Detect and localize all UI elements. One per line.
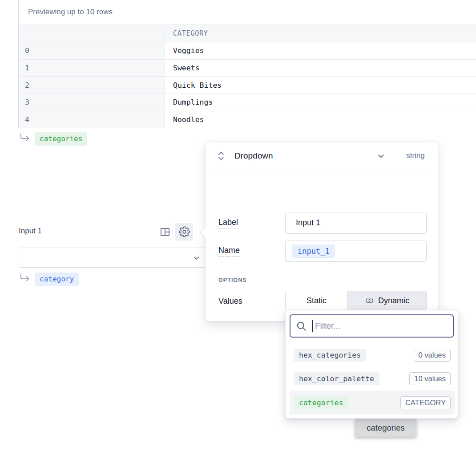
row-index: 4 <box>19 111 165 128</box>
table-row: 0 Veggies <box>19 42 476 60</box>
return-arrow-icon <box>20 133 31 142</box>
row-index: 3 <box>19 94 165 111</box>
preview-caption: Previewing up to 10 rows <box>19 0 476 24</box>
index-column-header <box>19 25 165 42</box>
values-toggle: Static Dynamic <box>285 291 427 310</box>
category-column-header: CATEGORY <box>165 25 476 42</box>
picker-item-hex-categories[interactable]: hex_categories 0 values <box>290 343 455 366</box>
row-value: Veggies <box>165 42 476 59</box>
row-value: Quick Bites <box>165 77 476 94</box>
table-row: 4 Noodles <box>19 111 476 129</box>
drag-ghost-chip: categories <box>355 419 416 437</box>
search-icon <box>295 320 307 332</box>
input-picker-dropdown: hex_categories 0 values hex_color_palett… <box>285 310 458 419</box>
filter-field[interactable] <box>290 314 454 338</box>
name-field-label: Name <box>218 246 240 255</box>
label-field-input[interactable]: Input 1 <box>285 212 427 234</box>
input-name-chip: categories <box>294 396 348 409</box>
preview-table: CATEGORY 0 Veggies 1 Sweets 2 Quick Bite… <box>19 24 476 128</box>
dropdown-widget-select[interactable] <box>19 248 206 268</box>
input-name-chip: hex_categories <box>294 349 366 362</box>
table-row: 1 Sweets <box>19 60 476 77</box>
values-static-option[interactable]: Static <box>286 291 348 310</box>
label-field-label: Label <box>218 218 238 227</box>
values-count-badge: 10 values <box>409 372 451 385</box>
row-value: Noodles <box>165 111 476 128</box>
table-row: 3 Dumplings <box>19 94 476 111</box>
chevron-down-icon[interactable] <box>377 152 385 160</box>
output-variable-tag[interactable]: categories <box>35 132 87 146</box>
column-badge: CATEGORY <box>400 396 451 409</box>
popover-body: Label Input 1 Name input_1 OPTIONS Value… <box>206 170 438 322</box>
widget-type-select[interactable]: Dropdown <box>234 151 273 161</box>
values-label: Values <box>218 297 242 306</box>
split-panel-icon <box>159 226 171 238</box>
gear-icon <box>179 226 190 237</box>
popover-header: Dropdown string <box>206 142 438 170</box>
table-header-row: CATEGORY <box>19 25 476 42</box>
widget-config-popover: Dropdown string Label Input 1 Name input… <box>205 142 438 322</box>
widget-settings-button[interactable] <box>175 223 193 240</box>
input-name-chip: hex_color_palette <box>294 372 379 385</box>
row-value: Sweets <box>165 60 476 77</box>
table-row: 2 Quick Bites <box>19 77 476 94</box>
values-dynamic-option[interactable]: Dynamic <box>348 291 426 310</box>
name-value-chip: input_1 <box>292 244 335 258</box>
widget-label: Input 1 <box>19 227 42 236</box>
text-cursor <box>312 320 313 332</box>
dataframe-preview: Previewing up to 10 rows CATEGORY 0 Vegg… <box>18 0 476 128</box>
link-icon <box>365 297 374 305</box>
picker-item-categories[interactable]: categories CATEGORY <box>290 391 455 415</box>
selector-icon <box>216 150 226 162</box>
widget-output-line: category <box>20 273 79 286</box>
type-badge: string <box>393 142 438 170</box>
row-index: 0 <box>19 42 165 59</box>
row-value: Dumplings <box>165 94 476 111</box>
row-index: 1 <box>19 60 165 77</box>
filter-input[interactable] <box>314 321 427 331</box>
chevron-down-icon <box>193 254 200 262</box>
picker-item-hex-color-palette[interactable]: hex_color_palette 10 values <box>290 367 455 390</box>
split-panel-button[interactable] <box>158 225 172 239</box>
dataframe-output-line: categories <box>20 132 87 146</box>
return-arrow-icon <box>20 273 31 283</box>
options-heading: OPTIONS <box>218 277 247 283</box>
name-field-input[interactable]: input_1 <box>285 240 427 262</box>
values-count-badge: 0 values <box>414 349 451 362</box>
row-index: 2 <box>19 77 165 94</box>
output-variable-tag[interactable]: category <box>35 273 79 286</box>
